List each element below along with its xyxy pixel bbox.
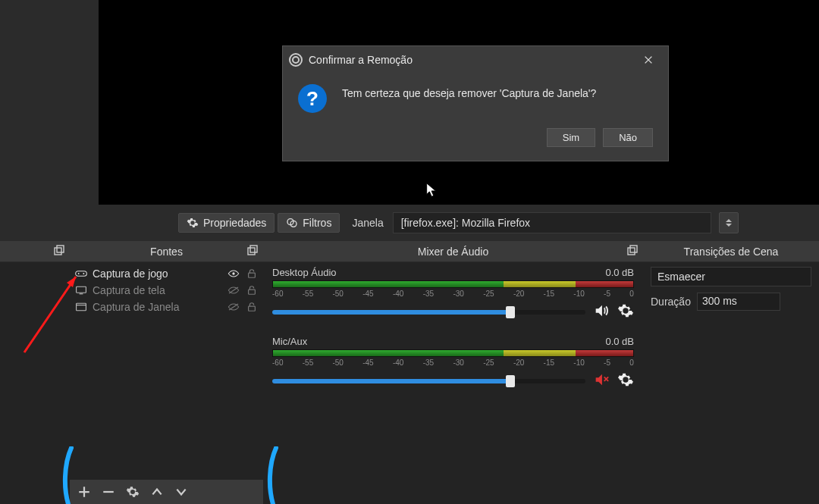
filters-label: Filtros bbox=[303, 217, 331, 229]
window-icon bbox=[74, 302, 88, 312]
scenes-header[interactable] bbox=[0, 241, 70, 262]
svg-rect-19 bbox=[628, 248, 635, 255]
source-label: Captura de jogo bbox=[93, 268, 222, 280]
transitions-title: Transições de Cena bbox=[643, 246, 819, 258]
sources-toolbar bbox=[70, 480, 263, 504]
undock-icon[interactable] bbox=[626, 245, 639, 260]
svg-rect-20 bbox=[630, 246, 637, 252]
source-properties-toolbar: Propriedades Filtros Janela [firefox.exe… bbox=[0, 205, 819, 241]
volume-slider[interactable] bbox=[272, 379, 585, 383]
display-icon bbox=[74, 285, 88, 296]
audio-mixer-panel: Mixer de Áudio Desktop Áudio 0.0 dB -60-… bbox=[263, 241, 643, 504]
yes-button[interactable]: Sim bbox=[547, 128, 595, 147]
svg-rect-14 bbox=[249, 290, 256, 294]
window-label: Janela bbox=[343, 217, 389, 229]
transitions-header[interactable]: Transições de Cena bbox=[643, 241, 819, 262]
filters-button[interactable]: Filtros bbox=[278, 213, 340, 233]
window-select-stepper[interactable] bbox=[719, 212, 739, 233]
transition-select-value: Esmaecer bbox=[657, 271, 705, 283]
speaker-muted-icon[interactable] bbox=[593, 371, 610, 391]
properties-label: Propriedades bbox=[203, 217, 266, 229]
move-up-button[interactable] bbox=[150, 485, 164, 499]
lock-icon[interactable] bbox=[245, 302, 259, 312]
lock-icon[interactable] bbox=[245, 285, 259, 296]
vu-meter bbox=[272, 280, 634, 288]
channel-name: Mic/Aux bbox=[272, 336, 307, 347]
svg-rect-18 bbox=[249, 306, 256, 311]
svg-rect-3 bbox=[57, 246, 64, 252]
dock-panels: Fontes Captura de jogo bbox=[0, 241, 819, 504]
window-select[interactable]: [firefox.exe]: Mozilla Firefox bbox=[393, 212, 711, 233]
remove-source-button[interactable] bbox=[102, 485, 115, 499]
chevron-down-icon bbox=[726, 224, 732, 227]
mixer-channel: Desktop Áudio 0.0 dB -60-55-50-45-40-35-… bbox=[272, 267, 634, 322]
source-row[interactable]: Captura de jogo bbox=[70, 265, 263, 282]
scenes-panel bbox=[0, 241, 70, 504]
sources-panel: Fontes Captura de jogo bbox=[70, 241, 263, 504]
close-icon[interactable] bbox=[635, 49, 662, 71]
source-label: Captura de tela bbox=[93, 284, 222, 296]
lock-icon[interactable] bbox=[245, 268, 259, 279]
dialog-title: Confirmar a Remoção bbox=[309, 54, 635, 66]
sources-list[interactable]: Captura de jogo Captura de tela bbox=[70, 262, 263, 318]
filter-icon bbox=[286, 217, 298, 229]
svg-point-7 bbox=[78, 273, 80, 274]
undock-icon[interactable] bbox=[53, 245, 65, 260]
duration-label: Duração bbox=[651, 296, 691, 308]
svg-rect-2 bbox=[55, 248, 61, 255]
visibility-off-icon[interactable] bbox=[227, 285, 240, 296]
sources-header[interactable]: Fontes bbox=[70, 241, 263, 262]
no-button[interactable]: Não bbox=[603, 128, 653, 147]
transitions-body: Esmaecer Duração 300 ms bbox=[643, 262, 819, 315]
mixer-body: Desktop Áudio 0.0 dB -60-55-50-45-40-35-… bbox=[263, 262, 643, 409]
duration-field[interactable]: 300 ms bbox=[697, 293, 780, 311]
gamepad-icon bbox=[74, 268, 88, 279]
svg-rect-15 bbox=[77, 303, 86, 311]
chevron-up-icon bbox=[726, 219, 732, 222]
svg-point-9 bbox=[232, 272, 234, 274]
add-source-button[interactable] bbox=[77, 485, 91, 499]
move-down-button[interactable] bbox=[174, 485, 188, 499]
svg-rect-5 bbox=[250, 246, 257, 252]
channel-settings-button[interactable] bbox=[617, 371, 634, 391]
svg-point-8 bbox=[83, 273, 84, 274]
speaker-icon[interactable] bbox=[593, 302, 610, 322]
vu-meter bbox=[272, 349, 634, 357]
gear-icon bbox=[187, 217, 199, 229]
channel-level: 0.0 dB bbox=[605, 267, 634, 278]
mixer-title: Mixer de Áudio bbox=[263, 246, 643, 258]
channel-settings-button[interactable] bbox=[617, 302, 634, 322]
svg-rect-11 bbox=[77, 286, 86, 293]
dialog-body: ? Tem certeza que deseja remover 'Captur… bbox=[283, 74, 668, 121]
dialog-titlebar[interactable]: Confirmar a Remoção bbox=[283, 46, 668, 74]
properties-button[interactable]: Propriedades bbox=[178, 213, 275, 233]
meter-ticks: -60-55-50-45-40-35-30-25-20-15-10-50 bbox=[272, 290, 634, 298]
visibility-off-icon[interactable] bbox=[227, 302, 240, 312]
duration-value: 300 ms bbox=[702, 295, 737, 307]
obs-app-icon bbox=[289, 53, 303, 67]
mixer-header[interactable]: Mixer de Áudio bbox=[263, 241, 643, 262]
question-icon: ? bbox=[298, 84, 327, 113]
meter-ticks: -60-55-50-45-40-35-30-25-20-15-10-50 bbox=[272, 358, 634, 367]
mixer-channel: Mic/Aux 0.0 dB -60-55-50-45-40-35-30-25-… bbox=[272, 336, 634, 391]
source-row[interactable]: Captura de Janela bbox=[70, 299, 263, 315]
dialog-message: Tem certeza que deseja remover 'Captura … bbox=[342, 84, 596, 113]
mouse-cursor bbox=[425, 182, 440, 202]
source-label: Captura de Janela bbox=[93, 301, 222, 313]
undock-icon[interactable] bbox=[246, 245, 259, 260]
sources-title: Fontes bbox=[70, 246, 263, 258]
visibility-icon[interactable] bbox=[227, 268, 240, 279]
preview-left-gutter bbox=[0, 0, 99, 205]
source-settings-button[interactable] bbox=[126, 485, 140, 499]
confirm-remove-dialog: Confirmar a Remoção ? Tem certeza que de… bbox=[282, 45, 669, 161]
svg-rect-6 bbox=[76, 271, 87, 277]
svg-rect-4 bbox=[248, 248, 255, 255]
transitions-panel: Transições de Cena Esmaecer Duração 300 … bbox=[643, 241, 819, 504]
source-row[interactable]: Captura de tela bbox=[70, 282, 263, 299]
channel-level: 0.0 dB bbox=[605, 336, 634, 347]
transition-select[interactable]: Esmaecer bbox=[651, 267, 811, 286]
volume-slider[interactable] bbox=[272, 310, 585, 315]
window-select-value: [firefox.exe]: Mozilla Firefox bbox=[401, 217, 530, 229]
svg-rect-10 bbox=[249, 273, 256, 277]
channel-name: Desktop Áudio bbox=[272, 267, 337, 278]
